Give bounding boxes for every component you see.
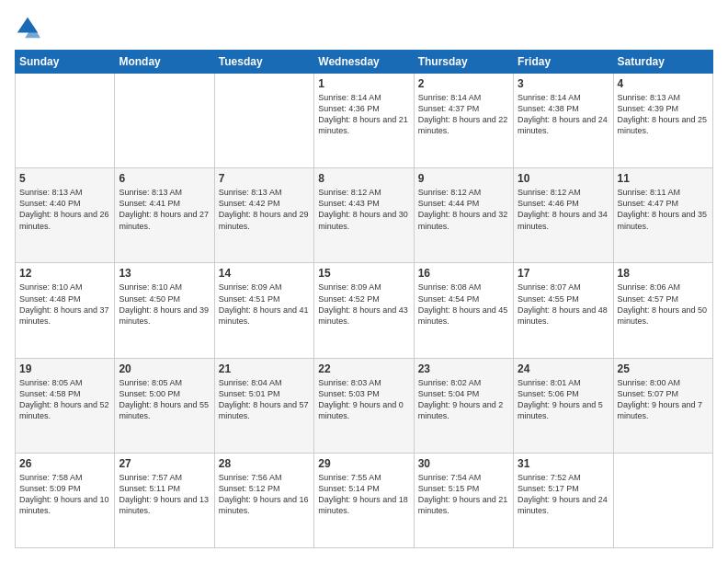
calendar-cell: 8Sunrise: 8:12 AM Sunset: 4:43 PM Daylig… (314, 168, 414, 263)
calendar-table: SundayMondayTuesdayWednesdayThursdayFrid… (15, 50, 713, 548)
day-number: 21 (219, 362, 310, 375)
day-content: Sunrise: 7:58 AM Sunset: 5:09 PM Dayligh… (19, 472, 110, 517)
day-number: 17 (518, 267, 609, 280)
day-number: 23 (418, 362, 509, 375)
day-content: Sunrise: 8:13 AM Sunset: 4:40 PM Dayligh… (19, 187, 110, 232)
weekday-header-saturday: Saturday (613, 51, 712, 74)
calendar-cell: 5Sunrise: 8:13 AM Sunset: 4:40 PM Daylig… (16, 168, 115, 263)
day-content: Sunrise: 8:14 AM Sunset: 4:36 PM Dayligh… (318, 92, 409, 137)
day-content: Sunrise: 8:11 AM Sunset: 4:47 PM Dayligh… (618, 187, 709, 232)
calendar-cell: 11Sunrise: 8:11 AM Sunset: 4:47 PM Dayli… (613, 168, 712, 263)
day-content: Sunrise: 8:00 AM Sunset: 5:07 PM Dayligh… (618, 377, 709, 422)
weekday-header-sunday: Sunday (16, 51, 115, 74)
day-number: 22 (318, 362, 409, 375)
day-number: 19 (19, 362, 110, 375)
calendar-cell: 7Sunrise: 8:13 AM Sunset: 4:42 PM Daylig… (214, 168, 313, 263)
day-number: 13 (119, 267, 210, 280)
day-content: Sunrise: 8:05 AM Sunset: 5:00 PM Dayligh… (119, 377, 210, 422)
day-number: 29 (318, 457, 409, 470)
day-number: 7 (219, 172, 310, 185)
day-content: Sunrise: 8:08 AM Sunset: 4:54 PM Dayligh… (418, 282, 509, 327)
day-content: Sunrise: 7:56 AM Sunset: 5:12 PM Dayligh… (219, 472, 310, 517)
day-number: 28 (219, 457, 310, 470)
weekday-header-friday: Friday (514, 51, 613, 74)
day-content: Sunrise: 8:07 AM Sunset: 4:55 PM Dayligh… (518, 282, 609, 327)
day-content: Sunrise: 8:09 AM Sunset: 4:51 PM Dayligh… (219, 282, 310, 327)
calendar-cell: 1Sunrise: 8:14 AM Sunset: 4:36 PM Daylig… (314, 74, 414, 168)
week-row-5: 26Sunrise: 7:58 AM Sunset: 5:09 PM Dayli… (16, 453, 713, 547)
day-number: 14 (219, 267, 310, 280)
calendar-cell: 4Sunrise: 8:13 AM Sunset: 4:39 PM Daylig… (613, 74, 712, 168)
calendar-cell: 27Sunrise: 7:57 AM Sunset: 5:11 PM Dayli… (115, 453, 214, 547)
day-content: Sunrise: 8:10 AM Sunset: 4:48 PM Dayligh… (19, 282, 110, 327)
calendar-cell: 23Sunrise: 8:02 AM Sunset: 5:04 PM Dayli… (414, 358, 513, 453)
calendar-cell (16, 74, 115, 168)
day-number: 6 (119, 172, 210, 185)
week-row-2: 5Sunrise: 8:13 AM Sunset: 4:40 PM Daylig… (16, 168, 713, 263)
day-content: Sunrise: 8:01 AM Sunset: 5:06 PM Dayligh… (518, 377, 609, 422)
calendar-cell: 22Sunrise: 8:03 AM Sunset: 5:03 PM Dayli… (314, 358, 414, 453)
week-row-4: 19Sunrise: 8:05 AM Sunset: 4:58 PM Dayli… (16, 358, 713, 453)
day-content: Sunrise: 8:12 AM Sunset: 4:43 PM Dayligh… (318, 187, 409, 232)
calendar-cell: 3Sunrise: 8:14 AM Sunset: 4:38 PM Daylig… (514, 74, 613, 168)
calendar-cell: 20Sunrise: 8:05 AM Sunset: 5:00 PM Dayli… (115, 358, 214, 453)
calendar-cell (115, 74, 214, 168)
day-number: 5 (19, 172, 110, 185)
day-number: 3 (518, 77, 609, 90)
day-content: Sunrise: 7:55 AM Sunset: 5:14 PM Dayligh… (318, 472, 409, 517)
day-content: Sunrise: 8:02 AM Sunset: 5:04 PM Dayligh… (418, 377, 509, 422)
day-content: Sunrise: 8:06 AM Sunset: 4:57 PM Dayligh… (618, 282, 709, 327)
day-content: Sunrise: 8:05 AM Sunset: 4:58 PM Dayligh… (19, 377, 110, 422)
day-number: 27 (119, 457, 210, 470)
day-number: 2 (418, 77, 509, 90)
logo-icon (15, 15, 40, 40)
calendar-cell: 6Sunrise: 8:13 AM Sunset: 4:41 PM Daylig… (115, 168, 214, 263)
day-content: Sunrise: 8:10 AM Sunset: 4:50 PM Dayligh… (119, 282, 210, 327)
calendar-cell: 28Sunrise: 7:56 AM Sunset: 5:12 PM Dayli… (214, 453, 313, 547)
day-number: 18 (618, 267, 709, 280)
calendar-cell: 19Sunrise: 8:05 AM Sunset: 4:58 PM Dayli… (16, 358, 115, 453)
header (15, 15, 713, 40)
day-number: 12 (19, 267, 110, 280)
calendar-cell: 15Sunrise: 8:09 AM Sunset: 4:52 PM Dayli… (314, 263, 414, 358)
day-content: Sunrise: 8:13 AM Sunset: 4:41 PM Dayligh… (119, 187, 210, 232)
day-content: Sunrise: 8:04 AM Sunset: 5:01 PM Dayligh… (219, 377, 310, 422)
weekday-header-row: SundayMondayTuesdayWednesdayThursdayFrid… (16, 51, 713, 74)
day-number: 9 (418, 172, 509, 185)
weekday-header-wednesday: Wednesday (314, 51, 414, 74)
weekday-header-monday: Monday (115, 51, 214, 74)
week-row-1: 1Sunrise: 8:14 AM Sunset: 4:36 PM Daylig… (16, 74, 713, 168)
day-number: 15 (318, 267, 409, 280)
day-content: Sunrise: 7:54 AM Sunset: 5:15 PM Dayligh… (418, 472, 509, 517)
day-number: 16 (418, 267, 509, 280)
day-number: 26 (19, 457, 110, 470)
day-content: Sunrise: 7:57 AM Sunset: 5:11 PM Dayligh… (119, 472, 210, 517)
day-content: Sunrise: 8:14 AM Sunset: 4:37 PM Dayligh… (418, 92, 509, 137)
weekday-header-thursday: Thursday (414, 51, 513, 74)
calendar-cell: 9Sunrise: 8:12 AM Sunset: 4:44 PM Daylig… (414, 168, 513, 263)
day-content: Sunrise: 8:14 AM Sunset: 4:38 PM Dayligh… (518, 92, 609, 137)
calendar-cell: 30Sunrise: 7:54 AM Sunset: 5:15 PM Dayli… (414, 453, 513, 547)
calendar-cell: 17Sunrise: 8:07 AM Sunset: 4:55 PM Dayli… (514, 263, 613, 358)
week-row-3: 12Sunrise: 8:10 AM Sunset: 4:48 PM Dayli… (16, 263, 713, 358)
day-content: Sunrise: 8:13 AM Sunset: 4:39 PM Dayligh… (618, 92, 709, 137)
day-content: Sunrise: 8:12 AM Sunset: 4:46 PM Dayligh… (518, 187, 609, 232)
day-number: 30 (418, 457, 509, 470)
calendar-cell: 21Sunrise: 8:04 AM Sunset: 5:01 PM Dayli… (214, 358, 313, 453)
calendar-cell (214, 74, 313, 168)
calendar-cell: 31Sunrise: 7:52 AM Sunset: 5:17 PM Dayli… (514, 453, 613, 547)
day-number: 10 (518, 172, 609, 185)
day-content: Sunrise: 8:13 AM Sunset: 4:42 PM Dayligh… (219, 187, 310, 232)
calendar-cell: 12Sunrise: 8:10 AM Sunset: 4:48 PM Dayli… (16, 263, 115, 358)
calendar-cell (613, 453, 712, 547)
logo (15, 15, 44, 40)
calendar-cell: 16Sunrise: 8:08 AM Sunset: 4:54 PM Dayli… (414, 263, 513, 358)
weekday-header-tuesday: Tuesday (214, 51, 313, 74)
calendar-cell: 2Sunrise: 8:14 AM Sunset: 4:37 PM Daylig… (414, 74, 513, 168)
day-content: Sunrise: 8:03 AM Sunset: 5:03 PM Dayligh… (318, 377, 409, 422)
day-number: 8 (318, 172, 409, 185)
day-number: 31 (518, 457, 609, 470)
calendar-cell: 26Sunrise: 7:58 AM Sunset: 5:09 PM Dayli… (16, 453, 115, 547)
day-content: Sunrise: 8:09 AM Sunset: 4:52 PM Dayligh… (318, 282, 409, 327)
day-number: 25 (618, 362, 709, 375)
